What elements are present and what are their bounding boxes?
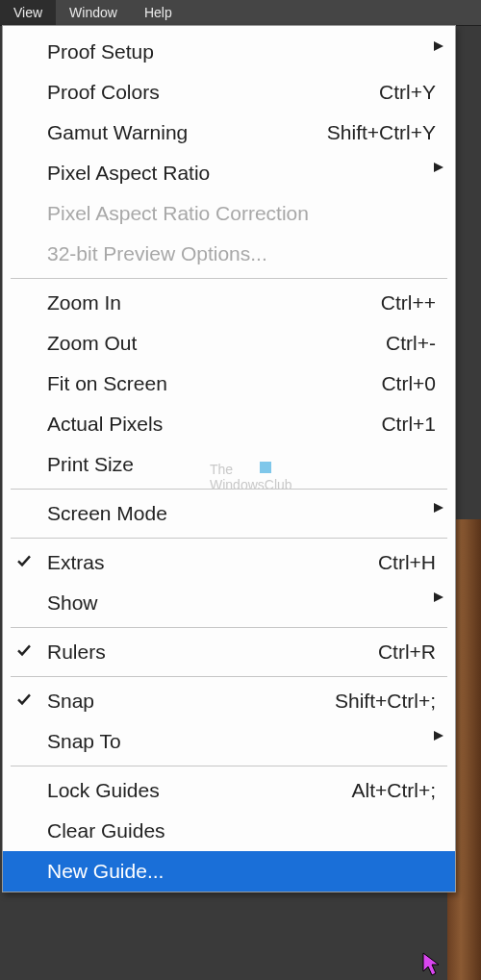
- menu-item-shortcut: Ctrl+H: [367, 551, 436, 574]
- menu-item-lock-guides[interactable]: Lock Guides Alt+Ctrl+;: [3, 770, 455, 811]
- check-icon: [16, 642, 32, 658]
- menu-item-shortcut: Ctrl+1: [369, 413, 436, 436]
- menu-separator: [11, 278, 447, 279]
- menu-item-label: Fit on Screen: [47, 372, 369, 395]
- menu-item-show[interactable]: Show: [3, 583, 455, 623]
- menu-item-shortcut: Ctrl++: [369, 291, 436, 314]
- menu-item-pixel-aspect-correction: Pixel Aspect Ratio Correction: [3, 193, 455, 234]
- menu-item-label: Clear Guides: [47, 819, 436, 842]
- menu-item-clear-guides[interactable]: Clear Guides: [3, 811, 455, 851]
- menu-item-label: Show: [47, 591, 436, 615]
- view-menu-dropdown: Proof Setup Proof Colors Ctrl+Y Gamut Wa…: [2, 25, 456, 892]
- menu-item-label: Snap: [47, 690, 323, 713]
- menu-window-label: Window: [69, 5, 117, 20]
- menu-separator: [11, 766, 447, 766]
- menu-item-fit-on-screen[interactable]: Fit on Screen Ctrl+0: [3, 364, 455, 404]
- menu-item-shortcut: Ctrl+0: [369, 372, 436, 395]
- menu-item-screen-mode[interactable]: Screen Mode: [3, 493, 455, 534]
- menu-item-label: Zoom In: [47, 291, 369, 314]
- menu-item-label: New Guide...: [47, 860, 436, 883]
- menu-help[interactable]: Help: [131, 0, 186, 25]
- menu-bar: View Window Help: [0, 0, 481, 26]
- menu-item-zoom-in[interactable]: Zoom In Ctrl++: [3, 283, 455, 323]
- menu-item-label: Gamut Warning: [47, 121, 316, 144]
- menu-separator: [11, 538, 447, 539]
- menu-item-proof-colors[interactable]: Proof Colors Ctrl+Y: [3, 72, 455, 113]
- menu-item-label: Screen Mode: [47, 502, 436, 525]
- submenu-arrow-icon: [434, 163, 443, 172]
- menu-item-proof-setup[interactable]: Proof Setup: [3, 32, 455, 72]
- menu-item-label: Pixel Aspect Ratio Correction: [47, 202, 436, 225]
- menu-item-pixel-aspect-ratio[interactable]: Pixel Aspect Ratio: [3, 153, 455, 193]
- menu-item-print-size[interactable]: Print Size: [3, 444, 455, 485]
- menu-item-shortcut: Ctrl+-: [374, 332, 436, 355]
- submenu-arrow-icon: [434, 592, 443, 602]
- menu-item-zoom-out[interactable]: Zoom Out Ctrl+-: [3, 323, 455, 364]
- menu-view[interactable]: View: [0, 0, 56, 25]
- menu-item-shortcut: Shift+Ctrl+Y: [316, 121, 436, 144]
- menu-item-label: Snap To: [47, 730, 436, 753]
- check-icon: [16, 553, 32, 568]
- menu-separator: [11, 627, 447, 628]
- menu-window[interactable]: Window: [56, 0, 131, 25]
- menu-item-label: Zoom Out: [47, 332, 374, 355]
- menu-separator: [11, 676, 447, 677]
- menu-view-label: View: [13, 5, 42, 20]
- submenu-arrow-icon: [434, 503, 443, 513]
- menu-item-shortcut: Alt+Ctrl+;: [340, 779, 436, 802]
- menu-item-snap[interactable]: Snap Shift+Ctrl+;: [3, 681, 455, 721]
- menu-help-label: Help: [144, 5, 172, 20]
- menu-item-label: Pixel Aspect Ratio: [47, 162, 436, 185]
- menu-separator: [11, 489, 447, 490]
- menu-item-shortcut: Shift+Ctrl+;: [323, 690, 436, 713]
- menu-item-actual-pixels[interactable]: Actual Pixels Ctrl+1: [3, 404, 455, 444]
- menu-item-shortcut: Ctrl+Y: [367, 81, 436, 104]
- menu-item-new-guide[interactable]: New Guide...: [3, 851, 455, 892]
- menu-item-32bit-preview-options: 32-bit Preview Options...: [3, 234, 455, 274]
- menu-item-snap-to[interactable]: Snap To: [3, 721, 455, 762]
- menu-item-label: Lock Guides: [47, 779, 340, 802]
- menu-item-label: Extras: [47, 551, 367, 574]
- menu-item-gamut-warning[interactable]: Gamut Warning Shift+Ctrl+Y: [3, 113, 455, 153]
- submenu-arrow-icon: [434, 41, 443, 51]
- submenu-arrow-icon: [434, 731, 443, 741]
- check-icon: [16, 691, 32, 707]
- menu-item-rulers[interactable]: Rulers Ctrl+R: [3, 632, 455, 672]
- menu-item-label: 32-bit Preview Options...: [47, 242, 436, 265]
- menu-item-label: Proof Colors: [47, 81, 367, 104]
- menu-item-label: Print Size: [47, 453, 436, 476]
- menu-item-label: Proof Setup: [47, 40, 436, 63]
- menu-item-label: Actual Pixels: [47, 413, 369, 436]
- menu-item-shortcut: Ctrl+R: [367, 641, 436, 664]
- menu-item-extras[interactable]: Extras Ctrl+H: [3, 542, 455, 583]
- menu-item-label: Rulers: [47, 641, 367, 664]
